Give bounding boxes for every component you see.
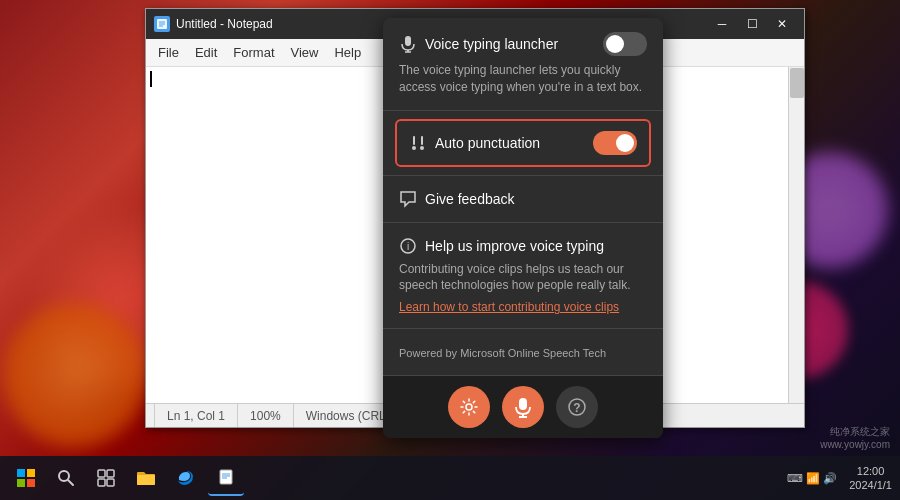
tray-icons: ⌨ 📶 🔊 <box>787 472 837 485</box>
auto-punct-toggle[interactable] <box>593 131 637 155</box>
menu-file[interactable]: File <box>150 41 187 64</box>
svg-rect-24 <box>107 470 114 477</box>
svg-rect-23 <box>98 470 105 477</box>
date-display: 2024/1/1 <box>849 478 892 492</box>
help-improve-row: i Help us improve voice typing <box>399 237 647 255</box>
help-improve-label: Help us improve voice typing <box>425 238 604 254</box>
auto-punct-section: Auto punctuation <box>383 111 663 176</box>
desktop: Untitled - Notepad ─ ☐ ✕ File Edit Forma… <box>0 0 900 500</box>
close-button[interactable]: ✕ <box>768 13 796 35</box>
auto-punct-label-row: Auto punctuation <box>409 134 540 152</box>
svg-rect-17 <box>17 469 25 477</box>
taskbar: ⌨ 📶 🔊 12:00 2024/1/1 <box>0 456 900 500</box>
maximize-button[interactable]: ☐ <box>738 13 766 35</box>
svg-rect-18 <box>27 469 35 477</box>
folder-icon <box>136 469 156 487</box>
auto-punct-row: Auto punctuation <box>395 119 651 167</box>
auto-punct-toggle-thumb <box>616 134 634 152</box>
notepad-icon-svg <box>156 18 168 30</box>
svg-rect-20 <box>27 479 35 487</box>
menu-edit[interactable]: Edit <box>187 41 225 64</box>
svg-rect-27 <box>220 470 232 484</box>
mic-icon <box>512 396 534 418</box>
vertical-scrollbar[interactable] <box>788 67 804 403</box>
give-feedback-section: Give feedback <box>383 176 663 223</box>
minimize-button[interactable]: ─ <box>708 13 736 35</box>
watermark-line2: www.yowjy.com <box>820 439 890 450</box>
window-controls: ─ ☐ ✕ <box>708 13 796 35</box>
windows-logo-icon <box>16 468 36 488</box>
title-bar-left: Untitled - Notepad <box>154 16 273 32</box>
cursor-position: Ln 1, Col 1 <box>154 404 238 427</box>
text-cursor <box>150 71 152 87</box>
voice-toolbar: ? <box>383 376 663 438</box>
auto-punct-icon <box>409 134 427 152</box>
improve-icon: i <box>399 237 417 255</box>
give-feedback-row[interactable]: Give feedback <box>399 190 647 208</box>
notepad-taskbar-button[interactable] <box>208 460 244 496</box>
svg-rect-19 <box>17 479 25 487</box>
powered-by-section: Powered by Microsoft Online Speech Tech <box>383 329 663 376</box>
help-improve-section: i Help us improve voice typing Contribut… <box>383 223 663 330</box>
svg-line-22 <box>68 480 73 485</box>
task-view-button[interactable] <box>88 460 124 496</box>
help-button[interactable]: ? <box>556 386 598 428</box>
voice-launcher-toggle[interactable] <box>603 32 647 56</box>
voice-launcher-label-row: Voice typing launcher <box>399 35 558 53</box>
voice-launcher-section: Voice typing launcher The voice typing l… <box>383 18 663 111</box>
svg-rect-25 <box>98 479 105 486</box>
taskbar-right: ⌨ 📶 🔊 12:00 2024/1/1 <box>781 460 892 496</box>
help-icon: ? <box>567 397 587 417</box>
svg-rect-12 <box>519 398 527 410</box>
search-taskbar-button[interactable] <box>48 460 84 496</box>
bg-blob-2 <box>0 300 150 450</box>
file-explorer-button[interactable] <box>128 460 164 496</box>
toggle-thumb <box>606 35 624 53</box>
gear-icon <box>459 397 479 417</box>
voice-launcher-description: The voice typing launcher lets you quick… <box>399 62 647 96</box>
svg-text:i: i <box>407 241 409 252</box>
powered-by-text: Powered by Microsoft Online Speech Tech <box>399 347 606 359</box>
feedback-icon <box>399 190 417 208</box>
voice-launcher-label: Voice typing launcher <box>425 36 558 52</box>
menu-help[interactable]: Help <box>326 41 369 64</box>
mic-button[interactable] <box>502 386 544 428</box>
notepad-app-icon <box>154 16 170 32</box>
microphone-icon <box>399 35 417 53</box>
svg-text:?: ? <box>573 401 580 415</box>
menu-view[interactable]: View <box>283 41 327 64</box>
taskbar-icons <box>8 460 244 496</box>
contribute-link[interactable]: Learn how to start contributing voice cl… <box>399 300 647 314</box>
svg-rect-26 <box>107 479 114 486</box>
edge-button[interactable] <box>168 460 204 496</box>
scrollbar-thumb[interactable] <box>790 68 804 98</box>
watermark-line1: 纯净系统之家 <box>820 425 890 439</box>
window-title: Untitled - Notepad <box>176 17 273 31</box>
help-improve-description: Contributing voice clips helps us teach … <box>399 261 647 295</box>
time-display: 12:00 <box>849 464 892 478</box>
settings-button[interactable] <box>448 386 490 428</box>
svg-rect-4 <box>405 36 411 46</box>
edge-icon <box>176 468 196 488</box>
system-tray[interactable]: ⌨ 📶 🔊 <box>781 460 843 496</box>
voice-typing-popup: Voice typing launcher The voice typing l… <box>383 18 663 438</box>
svg-point-11 <box>466 404 472 410</box>
menu-format[interactable]: Format <box>225 41 282 64</box>
clock[interactable]: 12:00 2024/1/1 <box>849 464 892 493</box>
zoom-level: 100% <box>238 404 294 427</box>
voice-launcher-row: Voice typing launcher <box>399 32 647 56</box>
watermark: 纯净系统之家 www.yowjy.com <box>820 425 890 450</box>
notepad-taskbar-icon <box>218 469 234 485</box>
start-button[interactable] <box>8 460 44 496</box>
taskview-icon <box>97 469 115 487</box>
give-feedback-label: Give feedback <box>425 191 515 207</box>
svg-point-7 <box>412 146 416 150</box>
svg-point-8 <box>420 146 424 150</box>
auto-punct-label: Auto punctuation <box>435 135 540 151</box>
search-icon <box>57 469 75 487</box>
